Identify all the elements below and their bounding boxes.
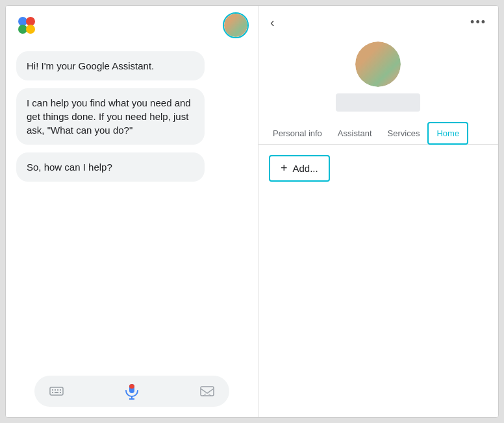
chat-bubble-2: I can help you find what you need and ge… (16, 88, 205, 145)
input-row (34, 376, 229, 407)
svg-rect-9 (52, 392, 53, 393)
svg-rect-4 (50, 387, 63, 395)
svg-point-3 (26, 25, 35, 34)
mic-button[interactable] (123, 382, 141, 400)
add-plus-icon: + (281, 162, 288, 175)
keyboard-icon (49, 383, 64, 399)
bottom-bar (6, 369, 258, 417)
svg-rect-7 (57, 389, 58, 391)
svg-rect-13 (129, 384, 134, 389)
svg-rect-10 (55, 392, 58, 393)
message-icon (199, 383, 215, 399)
user-name-placeholder (336, 93, 420, 112)
right-header: ‹ ••• (258, 6, 498, 36)
left-panel: Hi! I'm your Google Assistant. I can hel… (6, 6, 258, 417)
add-label: Add... (292, 163, 318, 174)
right-panel: ‹ ••• Personal info Assistant Services H… (258, 6, 498, 417)
left-header (6, 6, 258, 45)
user-avatar-left[interactable] (223, 12, 249, 38)
chat-bubble-3: So, how can I help? (16, 152, 205, 182)
profile-section (258, 36, 498, 122)
svg-rect-6 (55, 389, 56, 391)
tabs-bar: Personal info Assistant Services Home (258, 122, 498, 145)
tab-content-home: + Add... (258, 145, 498, 417)
google-assistant-logo (15, 14, 38, 37)
tab-assistant[interactable]: Assistant (330, 123, 380, 145)
mic-icon (123, 382, 141, 400)
tab-home[interactable]: Home (427, 122, 468, 145)
tab-services[interactable]: Services (380, 123, 428, 145)
chat-bubble-1: Hi! I'm your Google Assistant. (16, 51, 205, 80)
svg-point-2 (18, 25, 27, 34)
more-options-button[interactable]: ••• (468, 13, 489, 32)
back-button[interactable]: ‹ (268, 12, 277, 32)
tab-personal-info[interactable]: Personal info (265, 123, 330, 145)
svg-rect-8 (60, 389, 61, 391)
svg-rect-11 (60, 392, 61, 393)
message-button[interactable] (198, 382, 216, 400)
svg-point-1 (26, 17, 35, 26)
app-container: Hi! I'm your Google Assistant. I can hel… (5, 5, 499, 418)
keyboard-button[interactable] (47, 382, 66, 400)
svg-rect-5 (52, 389, 53, 391)
user-avatar-right (355, 42, 401, 87)
svg-point-0 (18, 17, 27, 26)
chat-area: Hi! I'm your Google Assistant. I can hel… (6, 45, 258, 369)
add-button[interactable]: + Add... (269, 155, 330, 182)
svg-rect-16 (201, 387, 214, 396)
